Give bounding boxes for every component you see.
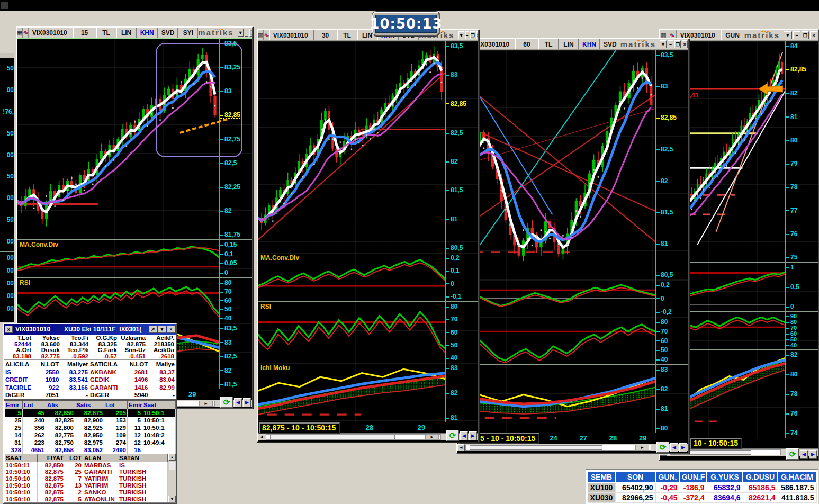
title-field[interactable]: SVD bbox=[600, 39, 620, 49]
chevron-down-icon[interactable]: ▼ bbox=[660, 40, 667, 48]
scroll-page-button[interactable]: ► bbox=[425, 434, 439, 440]
scroll-left-arrow-icon[interactable]: ◄ bbox=[457, 444, 465, 451]
scroll-down-icon[interactable]: ▼ bbox=[168, 496, 176, 502]
chevron-down-icon[interactable]: ▼ bbox=[238, 29, 244, 37]
trade-row[interactable]: 10:50:1082,8755ATAONLINTURKISH bbox=[5, 496, 168, 502]
axis-label: 83 bbox=[446, 365, 478, 371]
index-row[interactable]: XU03082966,25-0,45-372,4 83694,682621,44… bbox=[588, 492, 816, 502]
period-cell[interactable]: 60 bbox=[515, 39, 538, 49]
info-header: Teo.F% bbox=[61, 347, 90, 353]
page-left-icon[interactable]: ◀ bbox=[460, 431, 468, 440]
scrollbar-thumb[interactable] bbox=[270, 435, 395, 439]
quote-title-bar[interactable]: x VIX0301010 XU30 Eki 10/111F_IX0301( ↗ … bbox=[4, 324, 176, 335]
chart-type-icon[interactable]: ▦ bbox=[17, 28, 23, 38]
broker-row[interactable]: DiGER7051- DiGER5940- bbox=[4, 391, 176, 399]
candlestick-chart[interactable] bbox=[457, 50, 655, 280]
ichimoku-chart[interactable] bbox=[258, 363, 445, 422]
maximize-button[interactable]: ❐ bbox=[802, 31, 809, 39]
page-right-icon[interactable]: ▶ bbox=[679, 443, 687, 452]
broker-row[interactable]: CREDIT101083,541 GEDIK149683,04 bbox=[4, 376, 176, 384]
refresh-icon[interactable]: ⟳ bbox=[220, 397, 233, 408]
window-title-bar[interactable]: ▦ ∿ VIX0301010 30 TLLINKHNSVD matriks ▼ … bbox=[258, 30, 478, 41]
close-button[interactable]: × bbox=[476, 31, 478, 39]
maximize-button[interactable]: ❐ bbox=[470, 31, 475, 39]
price-axis-label: 83,5 bbox=[656, 52, 688, 58]
title-field[interactable]: SYI bbox=[178, 28, 198, 38]
trade-row[interactable]: 10:50:1082,8757YATIRIMTURKISH bbox=[5, 475, 168, 482]
title-field[interactable]: TL bbox=[337, 30, 357, 40]
page-right-icon[interactable]: ▶ bbox=[469, 431, 477, 440]
page-left-icon[interactable]: ◀ bbox=[670, 443, 678, 452]
period-cell[interactable]: 15 bbox=[73, 28, 96, 38]
trade-row[interactable]: 10:50:1182,85020MARBASIS bbox=[5, 462, 168, 469]
maximize-button[interactable]: ❐ bbox=[249, 29, 252, 37]
minimize-button[interactable]: – bbox=[245, 29, 248, 37]
chevron-down-icon[interactable]: ▼ bbox=[784, 31, 792, 39]
title-field[interactable]: LIN bbox=[116, 28, 137, 38]
title-field[interactable]: KHN bbox=[579, 39, 600, 49]
indicator-icon[interactable]: ∿ bbox=[264, 30, 269, 40]
broker-row[interactable]: IS255083,275 AKBANK268183,37 bbox=[4, 368, 176, 376]
chart-type-icon[interactable]: ▦ bbox=[258, 30, 264, 40]
page-left-icon[interactable]: ◀ bbox=[234, 398, 242, 407]
scrollbar-thumb[interactable] bbox=[470, 445, 602, 450]
scroll-page-button[interactable]: ► bbox=[635, 445, 649, 451]
symbol-cell[interactable]: VIX0301010 bbox=[29, 28, 73, 38]
title-field[interactable]: LIN bbox=[559, 39, 579, 49]
chevron-down-icon[interactable]: ▼ bbox=[158, 326, 166, 333]
trade-row[interactable]: 10:50:1082,8752SANKOTURKISH bbox=[5, 489, 168, 496]
broker-row[interactable]: TACIRLE92283,166 GARANTI141682,99 bbox=[4, 384, 176, 392]
minimize-button[interactable]: – bbox=[465, 31, 469, 39]
window-title-bar[interactable]: ▦ ∿ VIX0301010 60 TLLINKHNSVD matriks ▼ … bbox=[457, 39, 688, 50]
ichimoku-axis: 838281 bbox=[445, 363, 478, 422]
scrollbar-thumb[interactable] bbox=[169, 462, 175, 470]
rsi-chart[interactable] bbox=[258, 302, 445, 363]
macd-chart[interactable] bbox=[457, 280, 655, 317]
refresh-icon[interactable]: ⟳ bbox=[656, 442, 669, 453]
minimize-button[interactable]: – bbox=[668, 40, 673, 48]
index-row[interactable]: XU10065402,90-0,29-186,9 65832,965186,55… bbox=[588, 482, 816, 492]
chevron-down-icon[interactable]: ▼ bbox=[458, 31, 464, 39]
info-value: 83.325 bbox=[90, 341, 119, 347]
title-field[interactable]: SVD bbox=[158, 28, 178, 38]
page-right-icon[interactable]: ▶ bbox=[243, 398, 251, 407]
rsi-chart[interactable] bbox=[17, 278, 219, 323]
close-button[interactable]: × bbox=[682, 40, 688, 48]
depth-row[interactable]: 2524082,82582,900 153510:50:1 bbox=[5, 417, 176, 424]
scroll-left-arrow-icon[interactable]: ◄ bbox=[258, 434, 265, 440]
refresh-icon[interactable]: ⟳ bbox=[446, 430, 459, 441]
page-right-icon[interactable]: ▶ bbox=[809, 450, 817, 459]
depth-row[interactable]: 2535682,80082,925 1291110:50:1 bbox=[5, 424, 176, 431]
trade-row[interactable]: 10:50:1082,87525GARANTITURKISH bbox=[5, 469, 168, 475]
ichimoku-chart[interactable] bbox=[457, 365, 655, 433]
depth-row[interactable]: 1426282,77582,950 1091210:48:2 bbox=[5, 431, 176, 439]
horizontal-scrollbar[interactable]: ◄ ► bbox=[457, 444, 688, 451]
scroll-up-icon[interactable]: ▲ bbox=[168, 454, 176, 461]
minimize-button[interactable]: – bbox=[793, 31, 800, 39]
clock-widget[interactable]: 10:50:13 bbox=[372, 12, 440, 36]
scroll-page-button[interactable]: ► bbox=[199, 401, 213, 407]
page-left-icon[interactable]: ◀ bbox=[800, 450, 808, 459]
close-icon[interactable]: × bbox=[167, 326, 175, 333]
depth-row[interactable]: 328465182,65883,052 249015 bbox=[5, 446, 176, 454]
trade-row[interactable]: 10:50:1082,87513YATIRIMTURKISH bbox=[5, 482, 168, 489]
symbol-cell[interactable]: VIX0301010 bbox=[269, 30, 314, 40]
rsi-chart[interactable] bbox=[457, 317, 655, 364]
vertical-scrollbar[interactable]: ▲ ▼ bbox=[168, 454, 176, 502]
indicator-icon[interactable]: ∿ bbox=[23, 28, 28, 38]
period-cell[interactable]: GUN bbox=[721, 30, 744, 40]
title-field[interactable]: TL bbox=[96, 28, 116, 38]
close-button[interactable]: × bbox=[810, 31, 817, 39]
maximize-button[interactable]: ❐ bbox=[674, 40, 680, 48]
horizontal-scrollbar[interactable]: ◄ ► bbox=[258, 433, 478, 440]
depth-row[interactable]: 3122382,75082,975 2741210:49:4 bbox=[5, 439, 176, 446]
title-field[interactable]: TL bbox=[538, 39, 559, 49]
period-cell[interactable]: 30 bbox=[314, 30, 337, 40]
close-icon[interactable]: x bbox=[5, 326, 13, 333]
title-field[interactable]: KHN bbox=[137, 28, 158, 38]
candlestick-chart[interactable] bbox=[258, 41, 445, 253]
refresh-icon[interactable]: ⟳ bbox=[786, 448, 799, 460]
window-title-bar[interactable]: ▦ ∿ VIX0301010 15 TLLINKHNSVDSYI matriks… bbox=[17, 28, 252, 38]
depth-row[interactable]: 54582,85082,875 205510:50:1 bbox=[5, 409, 176, 417]
popout-icon[interactable]: ↗ bbox=[149, 326, 157, 333]
